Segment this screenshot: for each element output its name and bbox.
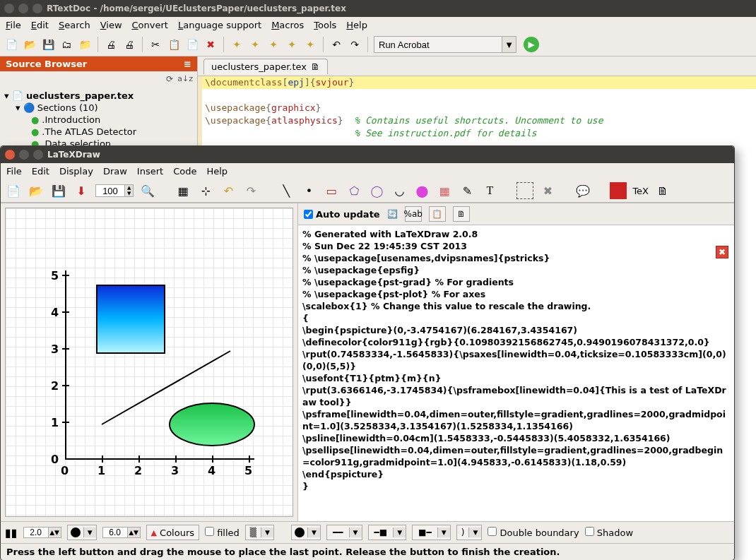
- window-max-icon[interactable]: [33, 150, 43, 160]
- save-icon[interactable]: 💾: [50, 182, 67, 199]
- panel-close-icon[interactable]: ✖: [716, 246, 728, 258]
- sort-icon[interactable]: a↓z: [177, 74, 193, 84]
- delete-icon[interactable]: ✖: [203, 37, 218, 52]
- new-icon[interactable]: 📄: [4, 37, 18, 52]
- rect-tool-icon[interactable]: ▭: [323, 182, 340, 199]
- auto-update-checkbox[interactable]: Auto update: [304, 209, 380, 220]
- shadow-checkbox[interactable]: Shadow: [585, 527, 633, 538]
- grid2-icon[interactable]: ▦: [436, 182, 453, 199]
- wand2-icon[interactable]: ✦: [248, 37, 262, 52]
- wand1-icon[interactable]: ✦: [230, 37, 244, 52]
- print-icon[interactable]: 🖨: [104, 37, 118, 52]
- bracket-picker[interactable]: )▼: [456, 525, 483, 540]
- zoom-input[interactable]: [96, 186, 124, 196]
- select-tool-icon[interactable]: [516, 182, 533, 199]
- redo-icon[interactable]: ↷: [348, 37, 362, 52]
- open-icon[interactable]: 📂: [28, 182, 45, 199]
- open-icon[interactable]: 📂: [23, 37, 37, 52]
- cut-icon[interactable]: ✂: [148, 37, 163, 52]
- poly-tool-icon[interactable]: ⬠: [345, 182, 362, 199]
- freehand-tool-icon[interactable]: ✎: [459, 182, 476, 199]
- code-output[interactable]: % Generated with LaTeXDraw 2.0.8 % Sun D…: [298, 225, 734, 521]
- ldw-menu-display[interactable]: Display: [59, 166, 93, 177]
- shape-ellipse[interactable]: [170, 403, 254, 446]
- ldw-menu-insert[interactable]: Insert: [137, 166, 163, 177]
- bezier-tool-icon[interactable]: ⬤: [413, 182, 430, 199]
- refresh-icon[interactable]: ⟳: [166, 74, 173, 84]
- filled-checkbox[interactable]: filled: [205, 527, 240, 538]
- wand5-icon[interactable]: ✦: [303, 37, 317, 52]
- ldw-undo-icon[interactable]: ↶: [220, 182, 237, 199]
- menu-convert[interactable]: Convert: [132, 20, 168, 30]
- window-close-icon[interactable]: [4, 4, 14, 13]
- ldw-menu-file[interactable]: File: [6, 166, 22, 177]
- paste-icon[interactable]: 📄: [185, 37, 199, 52]
- rtd-title: RTextDoc - /home/sergei/UEclustersPaper/…: [47, 4, 346, 13]
- hatch-icon[interactable]: ▮▮: [5, 526, 18, 540]
- copy-code-icon[interactable]: 📋: [429, 206, 446, 222]
- panel-menu-icon[interactable]: ≡: [184, 59, 191, 69]
- arrow-right-picker[interactable]: ■━▼: [412, 525, 451, 540]
- dot-tool-icon[interactable]: •: [300, 182, 317, 199]
- ab-button[interactable]: %ab: [405, 206, 422, 222]
- props-icon[interactable]: 💬: [574, 182, 591, 199]
- arrow-left-picker[interactable]: ━■▼: [368, 525, 407, 540]
- drawing-canvas[interactable]: 0 1 2 3 4 5 0 1 2 3 4 5: [5, 208, 293, 517]
- saveall-icon[interactable]: 🗂: [59, 37, 73, 52]
- reload-icon[interactable]: 🔄: [387, 209, 398, 219]
- tex-button[interactable]: TeX: [632, 186, 649, 196]
- new-icon[interactable]: 📄: [5, 182, 22, 199]
- print2-icon[interactable]: 🖨: [122, 37, 136, 52]
- copy-code-icon2[interactable]: 🗎: [453, 206, 470, 222]
- menu-tools[interactable]: Tools: [314, 20, 336, 30]
- menu-search[interactable]: Search: [59, 20, 90, 30]
- export-icon[interactable]: 🗎: [654, 182, 671, 199]
- linecolor-picker[interactable]: ▼: [67, 525, 97, 540]
- menu-file[interactable]: File: [6, 20, 21, 30]
- ldw-redo-icon[interactable]: ↷: [242, 182, 259, 199]
- undo-icon[interactable]: ↶: [329, 37, 343, 52]
- copy-icon[interactable]: 📋: [167, 37, 181, 52]
- v2-input[interactable]: [103, 528, 127, 537]
- source-tree[interactable]: ▾ 📄 ueclusters_paper.tex ▾ 🔵 Sections (1…: [0, 87, 197, 153]
- zoom-icon[interactable]: 🔍: [139, 182, 156, 199]
- wand3-icon[interactable]: ✦: [266, 37, 280, 52]
- window-max-icon[interactable]: [33, 4, 42, 13]
- zoom-spinner[interactable]: ▲▼: [95, 184, 134, 197]
- stop-icon[interactable]: [610, 182, 627, 199]
- menu-view[interactable]: View: [100, 20, 122, 30]
- ellipse-tool-icon[interactable]: ◯: [368, 182, 385, 199]
- menu-lang[interactable]: Language support: [178, 20, 261, 30]
- editor-tab[interactable]: ueclusters_paper.tex🗎: [203, 59, 328, 74]
- menu-edit[interactable]: Edit: [31, 20, 49, 30]
- linewidth-input[interactable]: [24, 528, 48, 537]
- window-close-icon[interactable]: [5, 150, 15, 160]
- double-checkbox[interactable]: Double boundary: [488, 527, 579, 538]
- menu-macros[interactable]: Macros: [271, 20, 304, 30]
- wand4-icon[interactable]: ✦: [285, 37, 299, 52]
- ldw-menu-edit[interactable]: Edit: [32, 166, 49, 177]
- text-tool-icon[interactable]: T: [481, 182, 498, 199]
- line-tool-icon[interactable]: ╲: [278, 182, 295, 199]
- colours-button[interactable]: ▲Colours: [146, 525, 199, 540]
- run-button[interactable]: ▶: [524, 37, 539, 52]
- folder-icon[interactable]: 📁: [78, 37, 92, 52]
- ldw-menu-help[interactable]: Help: [206, 166, 228, 177]
- run-combo[interactable]: ▼: [374, 36, 516, 53]
- fillcolor-picker[interactable]: ▼: [291, 525, 321, 540]
- window-min-icon[interactable]: [19, 150, 29, 160]
- hatch-picker[interactable]: ▒▼: [245, 525, 274, 540]
- run-input[interactable]: [374, 38, 502, 52]
- save-icon[interactable]: 💾: [41, 37, 55, 52]
- linestyle-picker[interactable]: ━━▼: [326, 525, 362, 540]
- grid-icon[interactable]: ▦: [175, 182, 191, 199]
- pdf-icon[interactable]: ⬇: [73, 182, 90, 199]
- window-min-icon[interactable]: [18, 4, 28, 13]
- arc-tool-icon[interactable]: ◡: [391, 182, 408, 199]
- chevron-down-icon[interactable]: ▼: [502, 37, 516, 52]
- delete-tool-icon[interactable]: ✖: [539, 182, 556, 199]
- ldw-menu-draw[interactable]: Draw: [103, 166, 127, 177]
- menu-help[interactable]: Help: [346, 20, 367, 30]
- axes-icon[interactable]: ⊹: [197, 182, 214, 199]
- ldw-menu-code[interactable]: Code: [173, 166, 196, 177]
